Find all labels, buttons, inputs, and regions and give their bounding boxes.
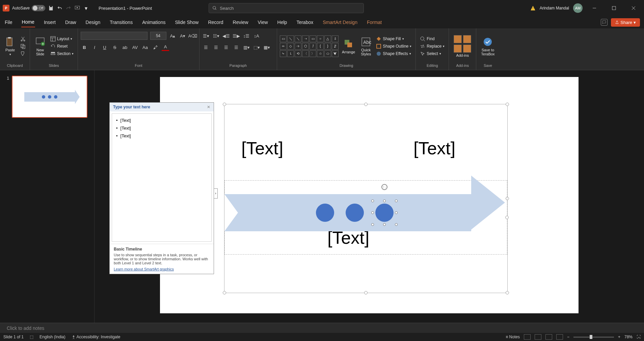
numbering-button[interactable]: ☷▾: [212, 32, 220, 40]
font-family-select[interactable]: [81, 32, 147, 40]
reading-view-button[interactable]: [545, 334, 552, 340]
columns-button[interactable]: ▥▾: [243, 44, 250, 51]
selection-handle[interactable]: [505, 216, 509, 219]
tab-design[interactable]: Design: [85, 18, 101, 27]
save-terabox-button[interactable]: Save to TeraBox: [479, 35, 497, 57]
character-spacing-button[interactable]: AV: [131, 44, 139, 51]
qat-dropdown-icon[interactable]: ▾: [83, 5, 89, 11]
user-avatar[interactable]: AM: [573, 3, 583, 13]
shape-swoosh-icon[interactable]: ⤹: [287, 50, 294, 57]
clear-formatting-icon[interactable]: A⌫: [189, 32, 196, 40]
tab-draw[interactable]: Draw: [64, 18, 77, 27]
increase-indent-button[interactable]: ☰▶: [233, 32, 240, 40]
selection-handle[interactable]: [395, 200, 398, 202]
timeline-dot-2[interactable]: [346, 204, 364, 222]
tab-smartart-design[interactable]: SmartArt Design: [322, 18, 358, 27]
text-pane-list[interactable]: [Text] [Text] [Text]: [112, 113, 212, 242]
selection-handle[interactable]: [364, 103, 368, 106]
selection-handle[interactable]: [371, 200, 374, 202]
present-from-beginning-icon[interactable]: [74, 5, 80, 11]
decrease-font-icon[interactable]: A▾: [179, 32, 186, 40]
shapes-gallery[interactable]: ▭＼＼➝▭○△⇩ ⬄◇➩⬡⤴{}⮃ ⤷⤹⟲〈〉☆⬭⮟: [280, 35, 339, 57]
text-pane-expand-button[interactable]: ›: [214, 188, 218, 199]
highlight-button[interactable]: 🖍: [152, 44, 159, 51]
maximize-button[interactable]: [606, 3, 622, 14]
shape-diamond-icon[interactable]: ◇: [287, 43, 294, 50]
cut-button[interactable]: [19, 35, 27, 42]
line-spacing-button[interactable]: ↕☰: [243, 32, 250, 40]
bold-button[interactable]: B: [81, 44, 88, 51]
undo-icon[interactable]: [57, 5, 63, 11]
warning-icon[interactable]: [530, 5, 536, 11]
shape-bracket-icon[interactable]: 〈: [302, 50, 309, 57]
layout-button[interactable]: Layout▾: [49, 35, 75, 42]
justify-button[interactable]: ☰: [233, 44, 240, 51]
zoom-slider[interactable]: [573, 337, 614, 338]
shape-line-icon[interactable]: ＼: [287, 35, 294, 42]
shape-rect-icon[interactable]: ▭: [280, 35, 287, 42]
shape-expand-icon[interactable]: ⮟: [332, 50, 339, 57]
text-pane-item-2[interactable]: [Text]: [116, 124, 207, 132]
notes-pane[interactable]: Click to add notes: [0, 323, 644, 333]
shape-line2-icon[interactable]: ＼: [295, 35, 301, 42]
smartart-convert-button[interactable]: ▦▾: [263, 44, 270, 51]
timeline-dot-3[interactable]: [375, 204, 394, 222]
shape-arrow-icon[interactable]: ➝: [302, 35, 309, 42]
select-button[interactable]: Select▾: [419, 50, 446, 57]
selection-handle[interactable]: [371, 211, 374, 214]
minimize-button[interactable]: [587, 3, 602, 14]
close-button[interactable]: [626, 3, 641, 14]
tab-transitions[interactable]: Transitions: [109, 18, 133, 27]
thumbnail-panel[interactable]: 1: [0, 70, 95, 323]
language-indicator[interactable]: English (India): [39, 335, 65, 339]
zoom-level[interactable]: 78%: [624, 335, 633, 339]
selection-handle[interactable]: [364, 291, 368, 294]
smartart-selection-frame[interactable]: [Text] [Text] [Text] ↻: [224, 104, 508, 293]
smartart-text-1[interactable]: [Text]: [241, 138, 283, 158]
shape-star-icon[interactable]: ☆: [317, 50, 324, 57]
shape-more-icon[interactable]: ⇩: [332, 35, 339, 42]
tab-format[interactable]: Format: [366, 18, 382, 27]
shape-arrow3-icon[interactable]: ➩: [295, 43, 301, 50]
comments-button[interactable]: [601, 19, 608, 26]
shape-rect2-icon[interactable]: ▭: [310, 35, 316, 42]
italic-button[interactable]: I: [91, 44, 98, 51]
shape-curve-icon[interactable]: ⤴: [310, 43, 316, 50]
save-icon[interactable]: [48, 5, 54, 11]
tab-animations[interactable]: Animations: [141, 18, 166, 27]
selection-handle[interactable]: [223, 103, 226, 106]
reset-button[interactable]: Reset: [49, 43, 75, 50]
zoom-slider-thumb[interactable]: [590, 335, 592, 339]
redo-icon[interactable]: [65, 5, 72, 11]
timeline-dot-3-selected[interactable]: ↻: [373, 201, 396, 225]
shape-brace-icon[interactable]: {: [317, 43, 324, 50]
shape-callout-icon[interactable]: ⬭: [324, 50, 331, 57]
align-right-button[interactable]: ☰: [222, 44, 230, 51]
selection-handle[interactable]: [383, 223, 386, 226]
accessibility-checker[interactable]: Accessibility: Investigate: [72, 335, 120, 339]
arrange-button[interactable]: Arrange: [340, 37, 357, 55]
zoom-in-button[interactable]: +: [618, 335, 620, 339]
text-shadow-button[interactable]: ab: [121, 44, 129, 51]
tab-home[interactable]: Home: [21, 17, 35, 27]
thumbnail-preview[interactable]: [12, 76, 87, 118]
search-box[interactable]: Search: [209, 3, 364, 13]
selection-handle[interactable]: [506, 291, 509, 294]
shape-connector-icon[interactable]: ⤷: [280, 50, 287, 57]
selection-handle[interactable]: [383, 200, 386, 202]
text-pane-learn-more-link[interactable]: Learn more about SmartArt graphics: [114, 267, 174, 271]
text-direction-button[interactable]: ↕A: [253, 32, 260, 40]
font-size-input[interactable]: [150, 32, 166, 40]
slide-canvas[interactable]: Type your text here ✕ [Text] [Text] [Tex…: [160, 77, 579, 313]
shape-hex-icon[interactable]: ⬡: [302, 43, 309, 50]
shape-brace2-icon[interactable]: }: [324, 43, 331, 50]
shape-effects-button[interactable]: Shape Effects▾: [375, 50, 413, 57]
quick-styles-button[interactable]: Abc Quick Styles: [358, 35, 373, 57]
normal-view-button[interactable]: [524, 334, 531, 340]
tab-file[interactable]: File: [4, 18, 13, 27]
shape-bracket2-icon[interactable]: 〉: [310, 50, 316, 57]
addins-button[interactable]: Add-ins: [452, 34, 473, 59]
tab-help[interactable]: Help: [277, 18, 288, 27]
slide-thumbnail-1[interactable]: 1: [7, 76, 87, 118]
smartart-text-pane[interactable]: Type your text here ✕ [Text] [Text] [Tex…: [109, 102, 214, 274]
